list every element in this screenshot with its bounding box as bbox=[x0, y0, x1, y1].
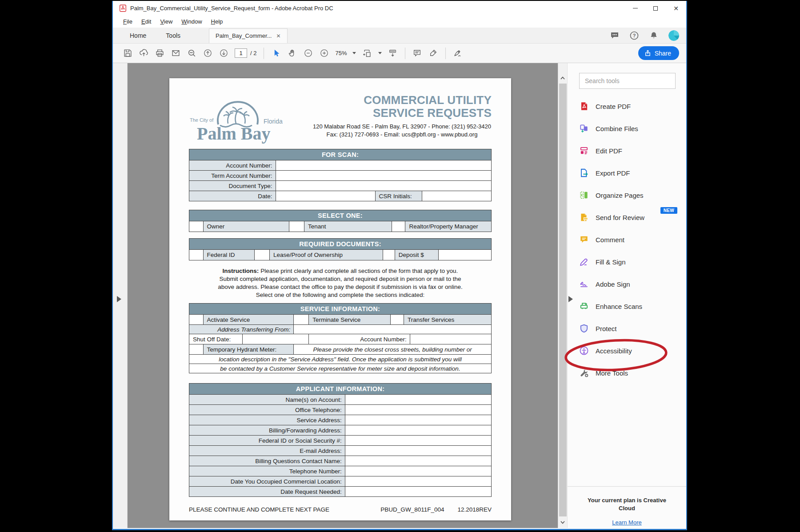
menu-window[interactable]: Window bbox=[177, 17, 206, 26]
vertical-scrollbar[interactable] bbox=[558, 63, 567, 528]
term-account-number-field[interactable] bbox=[276, 171, 492, 180]
scrollbar-thumb[interactable] bbox=[559, 84, 567, 516]
next-page-icon[interactable] bbox=[217, 47, 230, 60]
save-icon[interactable] bbox=[121, 47, 134, 60]
fill-sign-tool-icon[interactable] bbox=[451, 47, 464, 60]
term-account-number-label: Term Account Number: bbox=[189, 171, 276, 180]
federal-id-checkbox[interactable] bbox=[189, 250, 203, 260]
tool-edit-pdf[interactable]: Edit PDF bbox=[579, 140, 676, 162]
billing-forwarding-address-field[interactable] bbox=[345, 425, 491, 435]
page-number-input[interactable]: 1 bbox=[235, 48, 247, 58]
zoom-out-icon[interactable] bbox=[301, 47, 315, 60]
print-icon[interactable] bbox=[153, 47, 166, 60]
toolbar-down-icon[interactable] bbox=[386, 47, 400, 60]
help-icon[interactable]: ? bbox=[629, 31, 639, 40]
page-fit-icon[interactable] bbox=[360, 47, 374, 60]
tool-organize-pages[interactable]: Organize Pages bbox=[579, 184, 676, 206]
tool-enhance-scans[interactable]: Enhance Scans bbox=[579, 295, 676, 317]
close-button[interactable]: ✕ bbox=[666, 1, 686, 16]
activate-service-label: Activate Service bbox=[203, 315, 294, 324]
service-account-number-field[interactable] bbox=[410, 334, 491, 344]
tools-panel-toggle-icon[interactable] bbox=[568, 296, 573, 302]
owner-checkbox[interactable] bbox=[189, 221, 203, 232]
menu-view[interactable]: View bbox=[156, 17, 176, 26]
share-button[interactable]: Share bbox=[638, 46, 679, 60]
billing-questions-contact-field[interactable] bbox=[345, 456, 491, 466]
account-number-field[interactable] bbox=[276, 160, 492, 170]
tool-create-pdf[interactable]: Create PDF bbox=[579, 95, 676, 117]
search-icon[interactable] bbox=[185, 47, 198, 60]
csr-initials-field[interactable] bbox=[422, 191, 491, 201]
date-field[interactable] bbox=[276, 191, 375, 201]
tool-protect[interactable]: Protect bbox=[579, 317, 676, 340]
tenant-checkbox[interactable] bbox=[289, 221, 304, 232]
csr-initials-label: CSR Initials: bbox=[375, 191, 422, 201]
table-row: Shut Off Date: Account Number: bbox=[189, 334, 491, 344]
transfer-services-checkbox[interactable] bbox=[390, 315, 404, 324]
service-information-table: SERVICE INFORMATION: Activate Service Te… bbox=[189, 303, 492, 373]
tool-more-tools[interactable]: More Tools bbox=[579, 362, 676, 384]
zoom-in-icon[interactable] bbox=[317, 47, 331, 60]
scroll-down-icon[interactable] bbox=[558, 518, 567, 526]
maximize-button[interactable] bbox=[645, 1, 666, 16]
scroll-up-icon[interactable] bbox=[558, 74, 567, 82]
notifications-bell-icon[interactable] bbox=[649, 31, 659, 40]
comment-tool-icon[interactable] bbox=[411, 47, 424, 60]
email-icon[interactable] bbox=[169, 47, 182, 60]
hand-tool-icon[interactable] bbox=[285, 47, 299, 60]
tab-tools[interactable]: Tools bbox=[156, 28, 190, 43]
tool-label: Comment bbox=[596, 236, 624, 244]
office-telephone-field[interactable] bbox=[345, 405, 491, 415]
telephone-number-field[interactable] bbox=[345, 466, 491, 476]
address-transferring-field[interactable] bbox=[293, 325, 491, 334]
tool-send-for-review[interactable]: Send for Review NEW bbox=[579, 206, 676, 228]
document-type-field[interactable] bbox=[276, 181, 492, 191]
menu-file[interactable]: File bbox=[119, 17, 136, 26]
tool-comment[interactable]: Comment bbox=[579, 228, 676, 251]
realtor-label: Realtor/Property Manager bbox=[405, 221, 491, 232]
select-tool-icon[interactable] bbox=[269, 47, 283, 60]
navigation-pane-toggle-icon[interactable] bbox=[117, 296, 121, 302]
tab-close-icon[interactable]: ✕ bbox=[276, 33, 280, 39]
upload-cloud-icon[interactable] bbox=[137, 47, 150, 60]
tab-home[interactable]: Home bbox=[120, 28, 156, 43]
previous-page-icon[interactable] bbox=[201, 47, 214, 60]
create-pdf-icon bbox=[579, 101, 589, 111]
date-request-needed-field[interactable] bbox=[345, 487, 491, 496]
date-occupied-field[interactable] bbox=[345, 476, 491, 486]
hydrant-meter-checkbox[interactable] bbox=[189, 344, 203, 354]
search-tools-input[interactable] bbox=[579, 73, 676, 89]
names-on-account-field[interactable] bbox=[345, 395, 491, 404]
activate-service-checkbox[interactable] bbox=[189, 315, 203, 324]
table-row: Date You Occupied Commercial Location: bbox=[189, 476, 491, 486]
tool-accessibility[interactable]: Accessibility bbox=[579, 340, 676, 362]
tool-combine-files[interactable]: Combine Files bbox=[579, 117, 676, 140]
menu-help[interactable]: Help bbox=[207, 17, 227, 26]
email-address-field[interactable] bbox=[345, 446, 491, 456]
tool-fill-sign[interactable]: Fill & Sign bbox=[579, 251, 676, 273]
for-scan-header: FOR SCAN: bbox=[189, 149, 491, 160]
tool-label: Edit PDF bbox=[596, 147, 622, 155]
table-row: Address Transferring From: bbox=[189, 324, 491, 334]
tab-document-label: Palm_Bay_Commer... bbox=[216, 32, 272, 39]
tab-document[interactable]: Palm_Bay_Commer... ✕ bbox=[209, 28, 288, 43]
form-footer: PLEASE CONTINUE AND COMPLETE NEXT PAGE P… bbox=[189, 506, 492, 513]
shut-off-date-field[interactable] bbox=[242, 334, 308, 344]
menu-edit[interactable]: Edit bbox=[137, 17, 155, 26]
deposit-checkbox[interactable] bbox=[383, 250, 395, 260]
zoom-dropdown-caret[interactable] bbox=[352, 52, 356, 54]
highlighter-icon[interactable] bbox=[427, 47, 440, 60]
tool-export-pdf[interactable]: Export PDF bbox=[579, 162, 676, 184]
deposit-amount-field[interactable] bbox=[438, 250, 491, 260]
chat-icon[interactable] bbox=[610, 31, 620, 40]
page-fit-dropdown-caret[interactable] bbox=[378, 52, 382, 54]
federal-id-ssn-field[interactable] bbox=[345, 436, 491, 445]
learn-more-link[interactable]: Learn More bbox=[612, 519, 641, 526]
account-avatar[interactable] bbox=[668, 30, 679, 41]
service-address-field[interactable] bbox=[345, 415, 491, 425]
lease-checkbox[interactable] bbox=[254, 250, 269, 260]
minimize-button[interactable] bbox=[625, 1, 645, 16]
terminate-service-checkbox[interactable] bbox=[293, 315, 308, 324]
tool-adobe-sign[interactable]: Adobe Sign bbox=[579, 273, 676, 295]
realtor-checkbox[interactable] bbox=[392, 221, 405, 232]
